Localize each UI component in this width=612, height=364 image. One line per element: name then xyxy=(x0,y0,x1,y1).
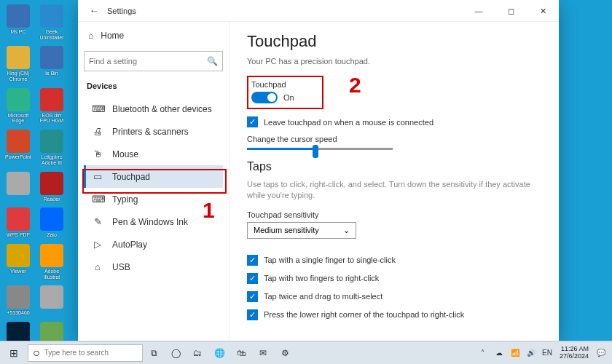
check-label: Leave touchpad on when a mouse is connec… xyxy=(264,118,434,127)
window-title: Settings xyxy=(107,7,136,15)
sidebar-item-printers-scanners[interactable]: 🖨Printers & scanners xyxy=(84,120,223,143)
taps-heading: Taps xyxy=(247,160,541,173)
sidebar-item-icon: 🖨 xyxy=(92,126,103,137)
tray-chevron-icon[interactable]: ˄ xyxy=(476,349,490,357)
taps-description: Use taps to click, right-click, and sele… xyxy=(247,179,541,202)
sidebar-item-icon: 🖱 xyxy=(92,149,103,159)
notifications-icon[interactable]: 💬 xyxy=(595,349,608,357)
sidebar-item-bluetooth-other-devices[interactable]: ⌨Bluetooth & other devices xyxy=(84,98,223,120)
minimize-button[interactable]: — xyxy=(463,0,495,22)
search-input[interactable] xyxy=(89,57,207,66)
sidebar-item-icon: ✎ xyxy=(92,216,103,227)
tray-onedrive-icon[interactable]: ☁ xyxy=(493,349,506,357)
dropdown-value: Medium sensitivity xyxy=(254,226,319,234)
page-title: Touchpad xyxy=(247,32,541,51)
touchpad-toggle-box: Touchpad On xyxy=(247,76,323,109)
desktop-icon[interactable]: King (CN) Chrome xyxy=(3,46,34,82)
tray-wifi-icon[interactable]: 📶 xyxy=(509,349,522,357)
tap-option[interactable]: ✓Tap with a single finger to single-clic… xyxy=(247,255,541,266)
tap-option[interactable]: ✓Tap with two fingers to right-click xyxy=(247,273,541,284)
desktop-icon[interactable]: WPS PDF xyxy=(3,207,34,238)
desktop-icon[interactable]: Reader xyxy=(36,172,67,202)
taskbar-clock[interactable]: 11:26 AM 27/6/2024 xyxy=(557,346,592,360)
desktop-icon[interactable]: Ms PC xyxy=(3,4,34,35)
sidebar-item-label: Pen & Windows Ink xyxy=(112,217,188,227)
home-icon: ⌂ xyxy=(88,31,93,41)
sidebar-item-mouse[interactable]: 🖱Mouse xyxy=(84,143,223,165)
sidebar-group-header: Devices xyxy=(87,82,220,90)
check-label: Press the lower right corner of the touc… xyxy=(264,310,464,319)
home-label: Home xyxy=(101,31,124,41)
edge-icon[interactable]: 🌐 xyxy=(208,344,230,363)
sidebar-item-icon: ⌨ xyxy=(92,103,103,114)
settings-window: ← Settings — ◻ ✕ ⌂ Home 🔍 Devices ⌨Bluet… xyxy=(78,0,559,341)
sidebar-home[interactable]: ⌂ Home xyxy=(84,26,223,45)
desktop-icon[interactable]: Zalo xyxy=(36,207,67,238)
slider-thumb[interactable] xyxy=(313,145,318,158)
checkbox-icon: ✓ xyxy=(247,255,258,266)
taskbar-search-input[interactable] xyxy=(44,349,138,357)
sidebar-item-usb[interactable]: ⌂USB xyxy=(84,256,223,278)
cursor-speed-slider[interactable] xyxy=(247,148,393,150)
sidebar-item-icon: ▭ xyxy=(92,171,103,182)
checkbox-icon: ✓ xyxy=(247,116,258,127)
sidebar-item-touchpad[interactable]: ▭Touchpad xyxy=(84,165,223,188)
sidebar-item-icon: ▷ xyxy=(92,239,103,250)
tray-volume-icon[interactable]: 🔊 xyxy=(525,349,538,357)
taskbar: ⊞ ○ ⧉ ◯ 🗂 🌐 🛍 ✉ ⚙ ˄ ☁ 📶 🔊 EN 11:26 AM 27… xyxy=(0,341,612,364)
touchpad-toggle[interactable] xyxy=(251,92,278,103)
task-view-icon[interactable]: ⧉ xyxy=(143,344,165,363)
settings-icon[interactable]: ⚙ xyxy=(274,344,296,363)
tap-option[interactable]: ✓Press the lower right corner of the tou… xyxy=(247,309,541,320)
check-label: Tap twice and drag to multi-select xyxy=(264,292,382,301)
explorer-icon[interactable]: 🗂 xyxy=(187,344,208,363)
cursor-speed-label: Change the cursor speed xyxy=(247,135,541,143)
desktop-icons: Ms PCGeek UninstallerKing (CN) Chromele … xyxy=(0,0,73,341)
sidebar-item-label: USB xyxy=(112,262,130,272)
tap-option[interactable]: ✓Tap twice and drag to multi-select xyxy=(247,291,541,302)
desktop-icon[interactable]: Lcttgpirrc Adobe III xyxy=(36,130,67,165)
desktop-icon[interactable]: +5330460 xyxy=(3,285,34,316)
sidebar-item-icon: ⌂ xyxy=(92,261,103,272)
leave-touchpad-on-check[interactable]: ✓ Leave touchpad on when a mouse is conn… xyxy=(247,116,541,127)
settings-sidebar: ⌂ Home 🔍 Devices ⌨Bluetooth & other devi… xyxy=(78,22,230,341)
back-button[interactable]: ← xyxy=(84,5,104,16)
desktop-icon[interactable]: le Bin xyxy=(36,46,67,76)
store-icon[interactable]: 🛍 xyxy=(230,344,252,363)
search-icon: ○ xyxy=(33,347,40,360)
desktop-icon[interactable]: Geek Uninstaller xyxy=(36,4,67,40)
start-button[interactable]: ⊞ xyxy=(0,347,28,359)
desktop-icon[interactable] xyxy=(3,172,34,197)
checkbox-icon: ✓ xyxy=(247,309,258,320)
sensitivity-label: Touchpad sensitivity xyxy=(247,210,541,219)
sidebar-item-autoplay[interactable]: ▷AutoPlay xyxy=(84,233,223,256)
sidebar-search[interactable]: 🔍 xyxy=(84,51,223,71)
mail-icon[interactable]: ✉ xyxy=(252,344,274,363)
desktop-icon[interactable] xyxy=(36,285,67,310)
tray-lang-icon[interactable]: EN xyxy=(541,349,554,357)
close-button[interactable]: ✕ xyxy=(527,0,559,22)
clock-date: 27/6/2024 xyxy=(560,353,589,360)
desktop-icon[interactable]: Adobe Illustrat xyxy=(36,244,67,280)
check-label: Tap with a single finger to single-click xyxy=(264,256,396,264)
page-subtitle: Your PC has a precision touchpad. xyxy=(247,57,541,66)
toggle-label: Touchpad xyxy=(251,80,294,89)
sidebar-item-label: Bluetooth & other devices xyxy=(112,104,212,114)
sidebar-item-label: Mouse xyxy=(112,149,138,159)
cortana-icon[interactable]: ◯ xyxy=(165,344,187,363)
taskbar-search[interactable]: ○ xyxy=(28,344,143,362)
annotation-2: 2 xyxy=(349,73,361,98)
desktop-icon[interactable]: PowerPoint xyxy=(3,130,34,160)
maximize-button[interactable]: ◻ xyxy=(495,0,527,22)
sidebar-item-label: Touchpad xyxy=(112,172,150,182)
taskbar-pinned: ⧉ ◯ 🗂 🌐 🛍 ✉ ⚙ xyxy=(143,344,296,363)
sidebar-item-label: Printers & scanners xyxy=(112,127,189,137)
desktop-icon[interactable]: Microsoft Edge xyxy=(3,88,34,124)
desktop-icon[interactable]: Viewer xyxy=(3,244,34,274)
annotation-1: 1 xyxy=(203,198,215,223)
chevron-down-icon: ⌄ xyxy=(343,226,350,235)
sidebar-item-label: Typing xyxy=(112,194,138,205)
desktop-icon[interactable]: EOS dirr FPU HGM xyxy=(36,88,67,124)
sensitivity-dropdown[interactable]: Medium sensitivity ⌄ xyxy=(247,222,356,239)
settings-content: Touchpad Your PC has a precision touchpa… xyxy=(230,22,559,341)
